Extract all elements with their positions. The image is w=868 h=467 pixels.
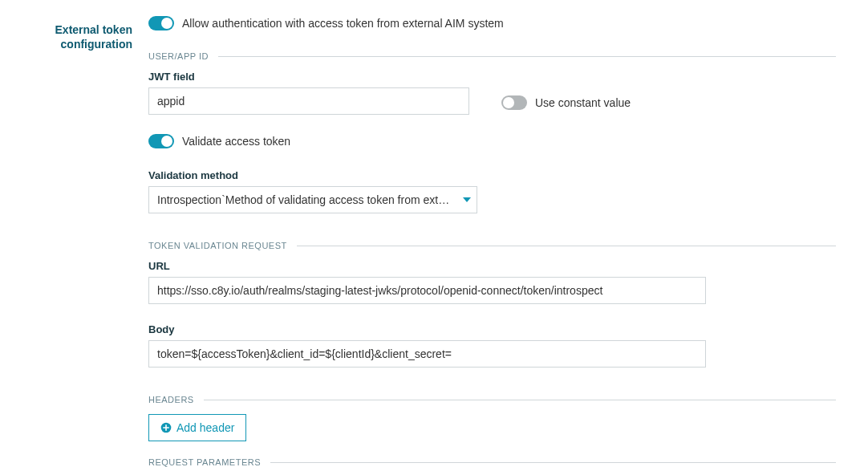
allow-auth-label: Allow authentication with access token f… xyxy=(182,17,504,30)
request-parameters-header: REQUEST PARAMETERS xyxy=(148,457,836,467)
url-label: URL xyxy=(148,260,836,272)
token-validation-request-legend: TOKEN VALIDATION REQUEST xyxy=(148,241,287,250)
headers-legend: HEADERS xyxy=(148,395,194,404)
jwt-field-label: JWT field xyxy=(148,71,469,83)
add-header-button[interactable]: Add header xyxy=(148,414,246,441)
user-app-id-header: USER/APP ID xyxy=(148,51,836,61)
token-validation-request-header: TOKEN VALIDATION REQUEST xyxy=(148,241,836,250)
jwt-field-input[interactable] xyxy=(148,87,469,115)
validate-token-toggle[interactable] xyxy=(148,134,174,148)
url-input[interactable] xyxy=(148,277,706,304)
headers-header: HEADERS xyxy=(148,395,836,404)
validate-token-label: Validate access token xyxy=(182,135,290,148)
validation-method-label: Validation method xyxy=(148,169,836,181)
section-content: Allow authentication with access token f… xyxy=(148,16,836,467)
use-constant-label: Use constant value xyxy=(535,96,631,109)
user-app-id-legend: USER/APP ID xyxy=(148,51,209,61)
request-parameters-legend: REQUEST PARAMETERS xyxy=(148,457,261,467)
validation-method-select[interactable] xyxy=(148,186,477,213)
use-constant-toggle[interactable] xyxy=(501,95,527,110)
allow-auth-row: Allow authentication with access token f… xyxy=(148,16,836,30)
allow-auth-toggle[interactable] xyxy=(148,16,174,30)
validate-token-row: Validate access token xyxy=(148,134,836,148)
body-input[interactable] xyxy=(148,340,706,368)
body-label: Body xyxy=(148,323,836,335)
plus-circle-icon xyxy=(160,422,172,433)
section-title: External token configuration xyxy=(32,16,132,467)
add-header-label: Add header xyxy=(176,421,234,434)
